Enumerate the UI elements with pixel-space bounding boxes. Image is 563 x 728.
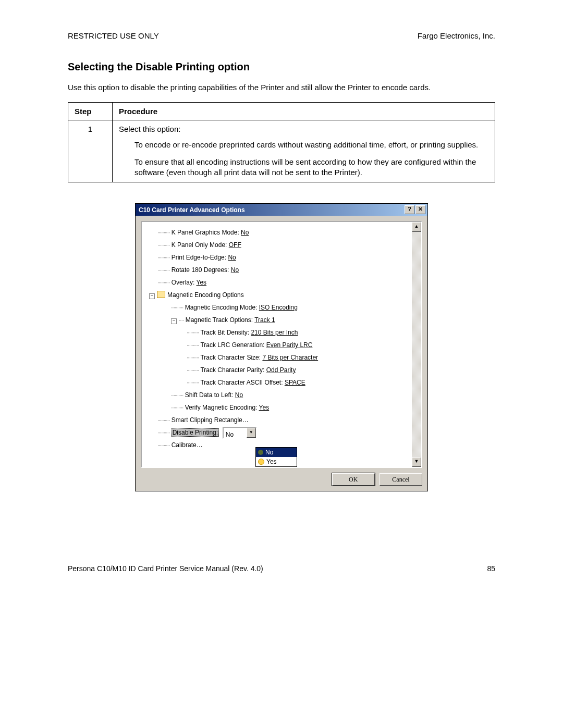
combo-value: No	[224, 428, 247, 441]
page-title: Selecting the Disable Printing option	[68, 61, 495, 73]
tree-item[interactable]: ·········· K Panel Only Mode: OFF	[157, 239, 409, 251]
collapse-icon[interactable]: −	[171, 318, 177, 324]
folder-icon	[157, 291, 165, 298]
col-procedure: Procedure	[113, 103, 495, 120]
advanced-options-dialog: C10 Card Printer Advanced Options ? ✕ ··…	[135, 203, 428, 491]
tree-item[interactable]: ·········· Overlay: Yes	[157, 276, 409, 289]
step-number: 1	[68, 120, 113, 182]
tree-item[interactable]: ·········· Track Character Parity: Odd P…	[187, 364, 409, 376]
tree-item[interactable]: ·········· Magnetic Encoding Mode: ISO E…	[171, 301, 409, 314]
procedure-table: Step Procedure 1 Select this option: To …	[68, 102, 495, 182]
col-step: Step	[68, 103, 113, 120]
tree-item[interactable]: ·········· K Panel Graphics Mode: No	[157, 226, 409, 239]
dialog-titlebar: C10 Card Printer Advanced Options ? ✕	[136, 204, 427, 216]
ok-button[interactable]: OK	[332, 473, 375, 486]
chevron-down-icon[interactable]: ▼	[247, 428, 256, 438]
help-button[interactable]: ?	[405, 205, 414, 214]
scroll-up-button[interactable]: ▲	[412, 222, 421, 232]
footer-page-number: 85	[487, 564, 495, 573]
scroll-down-button[interactable]: ▼	[412, 457, 421, 467]
intro-text: Use this option to disable the printing …	[68, 82, 495, 93]
header-company: Fargo Electronics, Inc.	[418, 31, 495, 40]
procedure-cell: Select this option: To encode or re-enco…	[113, 120, 495, 182]
procedure-bullet-1: To encode or re-encode preprinted cards …	[134, 140, 488, 150]
tree-item[interactable]: ·········· Print Edge-to-Edge: No	[157, 251, 409, 264]
tree-item[interactable]: ·········· Track LRC Generation: Even Pa…	[187, 339, 409, 351]
dialog-title: C10 Card Printer Advanced Options	[139, 206, 403, 214]
tree-item[interactable]: ·········· Verify Magnetic Encoding: Yes	[171, 401, 409, 414]
tree-item[interactable]: ·········· Track Bit Density: 210 Bits p…	[187, 326, 409, 339]
tree-item-disable-printing[interactable]: ·········· Disable Printing: No▼	[157, 426, 409, 439]
header-restricted: RESTRICTED USE ONLY	[68, 31, 159, 40]
dropdown-option-yes[interactable]: Yes	[256, 457, 297, 466]
procedure-bullet-2: To ensure that all encoding instructions…	[134, 157, 488, 178]
tree-item[interactable]: ·········· Shift Data to Left: No	[171, 389, 409, 401]
close-button[interactable]: ✕	[415, 205, 425, 214]
dropdown-option-no[interactable]: No	[256, 448, 297, 457]
disable-printing-combo[interactable]: No▼	[223, 427, 257, 439]
footer-manual: Persona C10/M10 ID Card Printer Service …	[68, 564, 263, 573]
bulb-on-icon	[258, 459, 264, 465]
tree-scrollbar[interactable]: ▲ ▼	[412, 222, 421, 467]
tree-item[interactable]: ·········· Rotate 180 Degrees: No	[157, 264, 409, 276]
disable-printing-dropdown[interactable]: No Yes	[255, 447, 297, 467]
tree-group-track[interactable]: −···· Magnetic Track Options: Track 1	[171, 314, 409, 326]
tree-item[interactable]: ·········· Track Character ASCII Offset:…	[187, 376, 409, 389]
bulb-off-icon	[258, 450, 263, 455]
tree-item[interactable]: ·········· Track Character Size: 7 Bits …	[187, 351, 409, 364]
tree-group-magnetic[interactable]: −Magnetic Encoding Options	[149, 289, 409, 301]
cancel-button[interactable]: Cancel	[380, 473, 422, 486]
procedure-lead: Select this option:	[119, 125, 488, 133]
tree-item-smart-clipping[interactable]: ·········· Smart Clipping Rectangle…	[157, 414, 409, 426]
collapse-icon[interactable]: −	[149, 293, 155, 299]
scroll-track[interactable]	[412, 232, 421, 457]
options-tree: ·········· K Panel Graphics Mode: No ···…	[141, 221, 422, 468]
